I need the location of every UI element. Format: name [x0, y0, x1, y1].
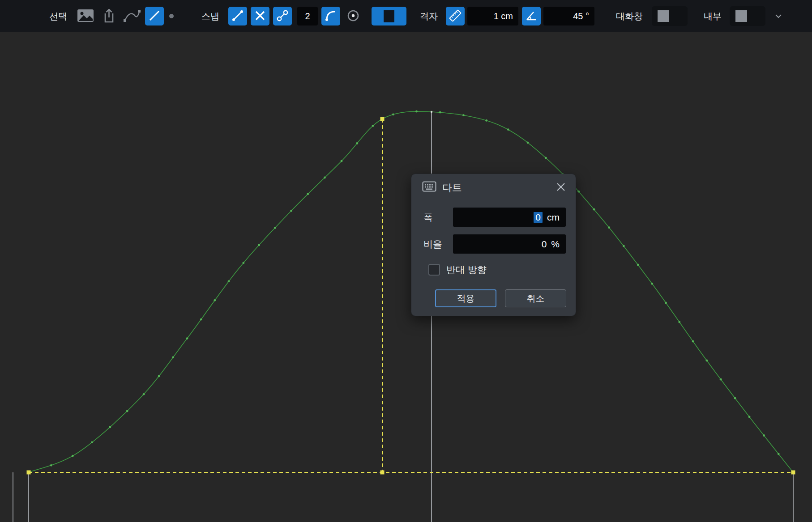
image-icon — [77, 9, 94, 24]
cancel-button[interactable]: 취소 — [505, 289, 566, 307]
curve-point[interactable] — [356, 142, 358, 144]
dialog-checkbox-box — [658, 10, 669, 22]
grid-size-field[interactable]: 1 cm — [467, 7, 518, 25]
pattern-scene[interactable] — [0, 32, 812, 522]
curve-point[interactable] — [485, 119, 487, 122]
grid-label: 격자 — [420, 10, 440, 22]
curve-point[interactable] — [392, 113, 394, 115]
curve-point[interactable] — [507, 128, 509, 131]
width-unit: cm — [547, 212, 560, 223]
curve-point[interactable] — [172, 356, 174, 359]
snap-fill-toggle-swatch — [384, 10, 394, 22]
point-tool-icon[interactable] — [169, 14, 174, 18]
curve-point[interactable] — [341, 160, 343, 162]
curve-point[interactable] — [692, 340, 694, 343]
curve-point[interactable] — [462, 114, 465, 116]
snap-label: 스냅 — [201, 10, 222, 22]
curve-point[interactable] — [734, 397, 736, 399]
curve-point[interactable] — [158, 375, 160, 378]
ratio-unit: % — [551, 239, 560, 250]
dialog-label: 대화창 — [616, 10, 646, 22]
curve-point[interactable] — [705, 360, 708, 362]
curve-point[interactable] — [678, 321, 680, 323]
curve-point[interactable] — [307, 193, 309, 195]
snap-count-value: 2 — [305, 11, 310, 21]
curve-point[interactable] — [651, 283, 653, 285]
curve-point[interactable] — [126, 410, 128, 412]
export-tool-button[interactable] — [99, 7, 118, 25]
curve-point[interactable] — [527, 141, 529, 144]
curve-point[interactable] — [415, 110, 418, 113]
reverse-direction-label: 반대 방향 — [446, 264, 487, 276]
control-handle[interactable] — [27, 471, 31, 475]
drawing-canvas[interactable] — [0, 32, 812, 522]
image-tool-button[interactable] — [76, 7, 95, 25]
curve-point[interactable] — [200, 318, 202, 321]
dart-dialog: 다트 폭 0 cm 비율 0 % 반대 방향 적용 취소 — [411, 174, 576, 316]
curve-point[interactable] — [623, 245, 625, 247]
dialog-title: 다트 — [442, 181, 462, 195]
curve-point[interactable] — [372, 125, 374, 127]
curve-point[interactable] — [214, 299, 216, 301]
width-value: 0 — [534, 212, 543, 223]
curve-point[interactable] — [439, 111, 441, 114]
line-tool-button[interactable] — [145, 7, 164, 25]
snap-fill-toggle[interactable] — [372, 7, 406, 25]
curve-point[interactable] — [186, 337, 188, 340]
segment-icon — [231, 9, 244, 23]
curve-peak-point[interactable] — [431, 111, 432, 113]
control-handle[interactable] — [380, 471, 385, 475]
curve-point[interactable] — [778, 453, 780, 455]
interior-checkbox[interactable] — [730, 6, 765, 26]
curve-point[interactable] — [91, 441, 93, 444]
grid-ruler-button[interactable] — [446, 7, 465, 25]
target-icon — [346, 8, 360, 24]
ratio-input[interactable]: 0 % — [453, 234, 566, 254]
control-handle[interactable] — [380, 117, 385, 121]
snap-nodes-button[interactable] — [273, 7, 292, 25]
reverse-direction-checkbox[interactable] — [428, 264, 440, 276]
curve-point[interactable] — [109, 426, 111, 429]
curve-point[interactable] — [324, 177, 326, 179]
grid-size-value: 1 cm — [494, 11, 513, 21]
curve-point[interactable] — [720, 378, 722, 381]
toolbar: 선택 스냅 2 — [0, 0, 812, 32]
snap-count-field[interactable]: 2 — [297, 7, 318, 25]
curve-point[interactable] — [608, 226, 610, 229]
curve-point[interactable] — [243, 262, 245, 264]
curve-point[interactable] — [763, 434, 765, 437]
curve-point[interactable] — [228, 280, 230, 282]
close-button[interactable] — [555, 182, 567, 193]
curve-point[interactable] — [593, 208, 595, 211]
snap-intersection-button[interactable] — [251, 7, 269, 25]
curve-point[interactable] — [545, 157, 547, 159]
curve-point[interactable] — [258, 244, 260, 246]
width-label: 폭 — [423, 208, 433, 227]
polyline-tool-button[interactable] — [123, 7, 141, 25]
curve-point[interactable] — [72, 455, 74, 457]
curve-point[interactable] — [637, 264, 639, 266]
curve-point[interactable] — [143, 393, 145, 395]
dialog-checkbox[interactable] — [652, 6, 688, 26]
curve-point[interactable] — [577, 191, 580, 193]
control-handle[interactable] — [791, 471, 795, 475]
curve-point[interactable] — [274, 227, 276, 229]
curve-point[interactable] — [665, 302, 667, 304]
line-icon — [149, 10, 160, 23]
width-input[interactable]: 0 cm — [453, 208, 566, 227]
ratio-label: 비율 — [423, 234, 442, 254]
snap-center-button[interactable] — [344, 7, 363, 25]
apply-button[interactable]: 적용 — [435, 289, 496, 307]
curve-point[interactable] — [748, 416, 751, 418]
dialog-titlebar: 다트 — [422, 181, 462, 195]
toolbar-collapse-chevron-icon[interactable] — [774, 13, 782, 19]
snap-fillet-button[interactable] — [321, 7, 340, 25]
interior-checkbox-box — [735, 10, 747, 22]
grid-angle-field[interactable]: 45 ° — [543, 7, 594, 25]
export-icon — [102, 8, 115, 25]
snap-segment-button[interactable] — [228, 7, 247, 25]
curve-point[interactable] — [290, 210, 292, 212]
grid-angle-button[interactable] — [522, 7, 541, 25]
curve-point[interactable] — [50, 464, 52, 467]
ruler-icon — [449, 9, 462, 24]
